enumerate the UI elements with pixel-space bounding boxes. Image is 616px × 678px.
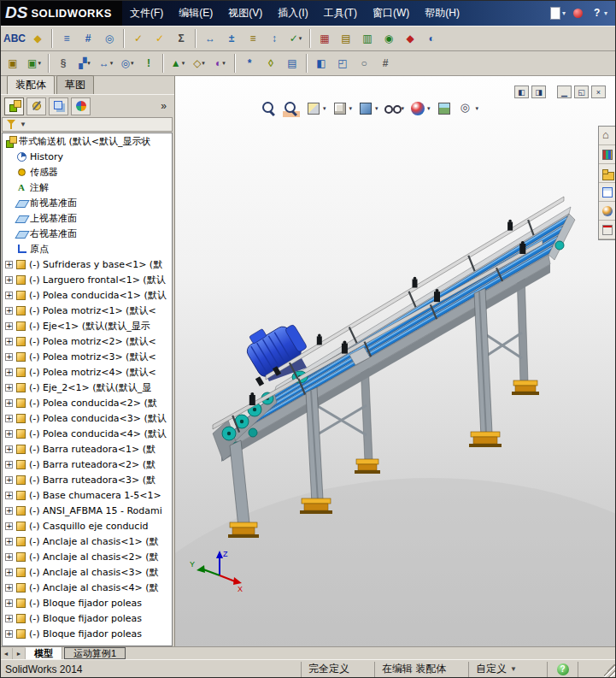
- measure-button[interactable]: ↔: [200, 28, 220, 49]
- configuration-manager-button[interactable]: [49, 97, 68, 115]
- expander-icon[interactable]: +: [5, 507, 13, 515]
- appearance-sphere-button[interactable]: ◐: [421, 28, 442, 49]
- tree-item[interactable]: +(-) Bloque fijador poleas: [3, 595, 172, 610]
- expander-icon[interactable]: +: [5, 276, 13, 284]
- status-display-mode[interactable]: 自定义 ▼: [468, 662, 547, 677]
- tree-item[interactable]: +(-) Polea conducida<1> (默认: [3, 287, 172, 303]
- expander-icon[interactable]: +: [5, 553, 13, 561]
- tree-item[interactable]: +(-) Polea conducida<2> (默: [3, 395, 172, 410]
- edit-appearance-button[interactable]: ▾: [409, 100, 431, 117]
- mate-button[interactable]: §: [53, 53, 73, 74]
- expander-icon[interactable]: +: [5, 538, 13, 545]
- hide-show-items-button[interactable]: ▾: [384, 100, 405, 117]
- tree-item[interactable]: +(-) Bloque fijador poleas: [3, 610, 172, 626]
- section-view-button[interactable]: ▾: [305, 100, 326, 117]
- appearances-scenes-tab[interactable]: [599, 202, 616, 221]
- expander-icon[interactable]: +: [5, 368, 13, 376]
- reference-geometry-button[interactable]: ◇▾: [189, 53, 209, 74]
- section-properties-button[interactable]: ≡: [243, 28, 263, 49]
- minimize-button[interactable]: ▁: [557, 85, 572, 98]
- help-button[interactable]: ▾: [590, 7, 607, 20]
- tree-item[interactable]: +(-) Casquillo eje conducid: [3, 518, 172, 534]
- large-assembly-mode-button[interactable]: ◰: [332, 53, 353, 74]
- apply-scene-button[interactable]: [436, 100, 453, 117]
- design-checker-button[interactable]: ✓: [128, 28, 149, 49]
- move-component-button[interactable]: ↔▾: [96, 53, 116, 74]
- expander-icon[interactable]: +: [5, 384, 13, 392]
- tab-运动算例1[interactable]: 运动算例1: [64, 647, 126, 659]
- resize-grip[interactable]: [604, 664, 616, 678]
- tree-item[interactable]: 注解: [3, 180, 172, 195]
- expander-icon[interactable]: +: [5, 322, 13, 330]
- expander-icon[interactable]: +: [5, 522, 13, 530]
- expander-icon[interactable]: +: [5, 476, 13, 484]
- spell-check-button[interactable]: ABC: [3, 28, 26, 49]
- tab-装配体[interactable]: 装配体: [7, 75, 55, 94]
- tree-item[interactable]: +(-) Bloque fijador poleas: [3, 626, 172, 641]
- tree-item[interactable]: +(-) Anclaje al chasis<2> (默: [3, 549, 172, 564]
- expander-icon[interactable]: +: [5, 445, 13, 453]
- tree-item[interactable]: +(-) Barra ruteadora<1> (默: [3, 441, 172, 457]
- tab-模型[interactable]: 模型: [26, 647, 62, 659]
- expander-icon[interactable]: +: [5, 492, 13, 499]
- tree-item[interactable]: +(-) Anclaje al chasis<1> (默: [3, 534, 172, 549]
- general-table-button[interactable]: ▤: [336, 28, 356, 49]
- tree-item[interactable]: +(-) Polea motriz<3> (默认<: [3, 349, 172, 364]
- expander-icon[interactable]: +: [5, 630, 13, 638]
- expander-icon[interactable]: +: [5, 292, 13, 299]
- sketch-grid-button[interactable]: #: [375, 53, 396, 74]
- tile-left-button[interactable]: ◧: [514, 85, 529, 98]
- instant-3d-button[interactable]: ◆: [400, 28, 420, 49]
- mass-properties-button[interactable]: ±: [221, 28, 242, 49]
- motion-study-button[interactable]: ◐▾: [210, 53, 231, 74]
- close-button[interactable]: ×: [591, 85, 606, 98]
- tree-item[interactable]: +(-) Barra ruteadora<3> (默: [3, 472, 172, 487]
- file-explorer-tab[interactable]: [599, 164, 616, 183]
- solidworks-resources-tab[interactable]: [599, 127, 616, 145]
- tree-item[interactable]: +(-) Barra ruteadora<2> (默: [3, 457, 172, 472]
- tree-item[interactable]: 前视基准面: [3, 195, 172, 210]
- tree-item[interactable]: +(-) Anclaje al chasis<3> (默: [3, 564, 172, 580]
- expander-icon[interactable]: +: [5, 307, 13, 315]
- feature-manager-button[interactable]: [4, 97, 24, 115]
- restore-button[interactable]: ◱: [574, 85, 589, 98]
- menu-w[interactable]: 窗口(W): [365, 3, 417, 24]
- performance-evaluation-button[interactable]: ↕: [264, 28, 285, 49]
- equations-button[interactable]: Σ: [171, 28, 191, 49]
- tree-item[interactable]: 右视基准面: [3, 226, 172, 241]
- status-help-button[interactable]: ?: [547, 662, 578, 677]
- design-library-tab[interactable]: [599, 145, 616, 164]
- component-pattern-button[interactable]: ▞▾: [74, 53, 95, 74]
- filter-bar[interactable]: ▼: [2, 117, 173, 132]
- expander-icon[interactable]: +: [5, 430, 13, 438]
- tree-item[interactable]: +(-) Polea motriz<4> (默认<: [3, 364, 172, 380]
- expander-icon[interactable]: +: [5, 615, 13, 622]
- tree-item[interactable]: +(-) Eje_2<1> (默认(默认_显: [3, 380, 172, 395]
- view-palette-tab[interactable]: [599, 183, 616, 202]
- solidworks-rx-button[interactable]: [572, 7, 584, 20]
- circular-pattern-button[interactable]: #: [78, 28, 98, 49]
- property-manager-button[interactable]: [26, 97, 46, 115]
- expander-icon[interactable]: +: [5, 584, 13, 592]
- tree-item[interactable]: +(-) Anclaje al chasis<4> (默: [3, 580, 172, 595]
- smart-fasteners-button[interactable]: !: [138, 53, 159, 74]
- tree-item[interactable]: +(-) Polea conducida<4> (默认: [3, 426, 172, 441]
- tab-scroll-button[interactable]: ►: [13, 648, 26, 659]
- format-painter-button[interactable]: ◆: [27, 28, 48, 49]
- tree-item[interactable]: 传感器: [3, 164, 172, 180]
- approve-button[interactable]: ✓▾: [285, 28, 306, 49]
- custom-properties-tab[interactable]: [599, 221, 616, 239]
- snapshot-button[interactable]: ◧: [311, 53, 331, 74]
- zoom-fit-button[interactable]: [261, 100, 278, 117]
- tree-item[interactable]: +(-) Polea motriz<1> (默认<: [3, 303, 172, 318]
- zoom-area-button[interactable]: [283, 100, 300, 117]
- check-document-button[interactable]: ✓: [150, 28, 170, 49]
- edit-component-button[interactable]: ▣: [3, 53, 23, 74]
- excel-table-button[interactable]: ▥: [357, 28, 378, 49]
- assembly-visualization-button[interactable]: ▤: [282, 53, 302, 74]
- menu-f[interactable]: 文件(F): [122, 3, 171, 24]
- new-document-button[interactable]: ▾: [549, 7, 566, 20]
- camera-view-button[interactable]: ○: [354, 53, 374, 74]
- tree-item[interactable]: +(-) Sufrideras y base<1> (默: [3, 256, 172, 272]
- 3d-content-central-button[interactable]: ◎: [99, 28, 120, 49]
